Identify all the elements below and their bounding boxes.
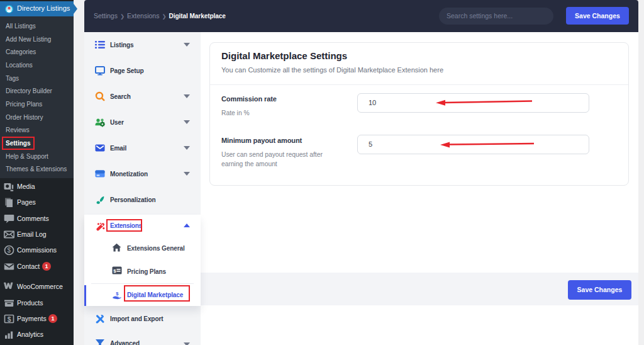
svg-text:$: $ xyxy=(116,291,119,297)
svg-text:$: $ xyxy=(113,268,116,274)
svg-text:$: $ xyxy=(8,247,11,254)
svg-text:$: $ xyxy=(8,315,11,323)
